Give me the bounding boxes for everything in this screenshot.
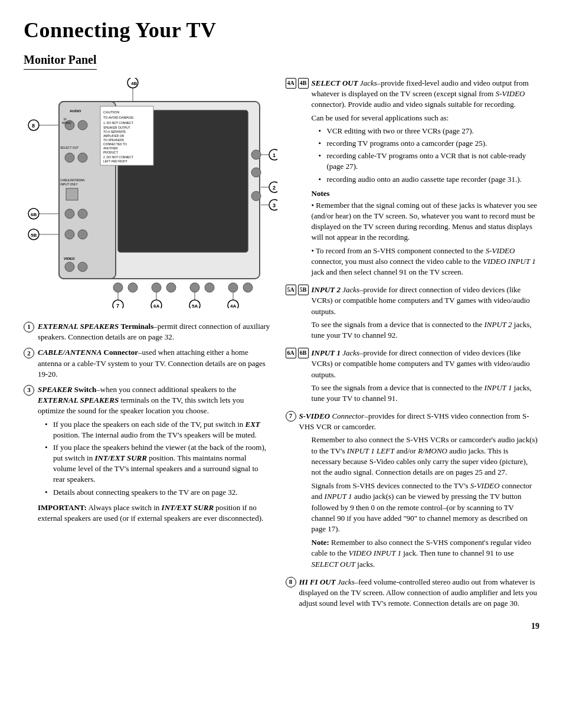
svg-text:AUDIO: AUDIO [70, 109, 81, 113]
badge-5a: 5A [286, 285, 296, 295]
right-item-4: 4A 4B SELECT OUT Jacks–provide fixed-lev… [286, 78, 539, 278]
item-3-bullets: If you place the speakers on each side o… [45, 419, 271, 498]
note-2: • To record from an S-VHS component conn… [312, 246, 539, 278]
tv-diagram: CAUTION TO AVOID DAMAGE: 1. DO NOT CONNE… [24, 78, 271, 311]
item-7-sub2: Signals from S-VHS devices connected to … [312, 481, 539, 534]
svg-text:SPEAKER OUTPUT: SPEAKER OUTPUT [103, 126, 130, 129]
svg-text:6B: 6B [31, 212, 37, 217]
svg-point-35 [251, 168, 261, 177]
badge-5b: 5B [298, 285, 309, 295]
svg-text:PRODUCT.: PRODUCT. [103, 151, 119, 154]
item-7-text: S-VIDEO Connector–provides for direct S-… [299, 411, 539, 432]
item-3-text: SPEAKER Switch–when you connect addition… [38, 384, 271, 528]
list-item: 2 CABLE/ANTENNA Connector–used when atta… [24, 347, 271, 380]
svg-text:6A: 6A [153, 303, 159, 308]
right-item-8: 8 HI FI OUT Jacks–feed volume-controlled… [286, 577, 539, 609]
note-1: • Remember that the signal coming out of… [312, 200, 539, 243]
svg-text:CAUTION: CAUTION [103, 110, 119, 114]
svg-text:CONNECTED TO: CONNECTED TO [103, 142, 127, 146]
bullet-item: VCR editing with two or three VCRs (page… [319, 126, 539, 136]
svg-point-22 [65, 153, 74, 162]
badge-4a: 4A [286, 78, 296, 89]
svg-text:AMPLIFIER OR: AMPLIFIER OR [103, 134, 125, 138]
bullet-item: recording TV programs onto a camcorder (… [319, 138, 539, 149]
bullet-item: recording cable-TV programs onto a VCR t… [319, 151, 539, 172]
svg-point-23 [78, 153, 87, 162]
right-column: 4A 4B SELECT OUT Jacks–provide fixed-lev… [286, 78, 539, 616]
svg-point-39 [152, 283, 161, 292]
svg-point-34 [251, 150, 261, 159]
badge-8: 8 [286, 577, 296, 587]
svg-text:LEFT AND RIGHT: LEFT AND RIGHT [103, 159, 127, 163]
svg-rect-26 [66, 188, 78, 200]
svg-point-32 [65, 262, 74, 272]
right-item-7-header: 7 S-VIDEO Connector–provides for direct … [286, 411, 539, 432]
badge-pair-4: 4A 4B [286, 78, 309, 89]
svg-point-27 [65, 209, 74, 218]
item-4-text: SELECT OUT Jacks–provide fixed-level aud… [312, 78, 539, 110]
list-item: 3 SPEAKER Switch–when you connect additi… [24, 384, 271, 528]
right-item-6: 6A 6B INPUT 1 Jacks–provide for direct c… [286, 348, 539, 404]
right-item-6-header: 6A 6B INPUT 1 Jacks–provide for direct c… [286, 348, 539, 380]
right-item-4-body: Can be used for several applications suc… [312, 113, 539, 278]
bullet-item: Details about connecting speakers to the… [45, 487, 271, 498]
svg-point-29 [65, 230, 74, 239]
left-column: CAUTION TO AVOID DAMAGE: 1. DO NOT CONNE… [24, 78, 271, 616]
svg-text:INPUT ONLY: INPUT ONLY [60, 182, 78, 186]
svg-text:1: 1 [273, 152, 276, 158]
svg-text:CABLE/ANTENNA: CABLE/ANTENNA [60, 178, 85, 182]
right-item-7-body: Remember to also connect the S-VHS VCRs … [312, 435, 539, 569]
svg-text:TO AVOID DAMAGE:: TO AVOID DAMAGE: [103, 116, 135, 119]
badge-7: 7 [286, 411, 296, 422]
page-title: Connecting Your TV [24, 18, 539, 43]
item-1-text: EXTERNAL SPEAKERS Terminals–permit direc… [38, 321, 271, 342]
svg-point-30 [78, 230, 87, 239]
svg-text:8: 8 [32, 123, 35, 129]
badge-pair-5: 5A 5B [286, 285, 309, 295]
svg-text:4A: 4A [230, 303, 236, 308]
svg-text:4B: 4B [131, 81, 137, 86]
right-item-5-header: 5A 5B INPUT 2 Jacks–provide for direct c… [286, 285, 539, 317]
item-5-text: INPUT 2 Jacks–provide for direct connect… [312, 285, 539, 317]
badge-6a: 6A [286, 348, 296, 358]
svg-text:2. DO NOT CONNECT: 2. DO NOT CONNECT [103, 155, 133, 159]
svg-text:MONO: MONO [62, 121, 71, 125]
badge-pair-6: 6A 6B [286, 348, 309, 358]
svg-text:3: 3 [273, 203, 276, 208]
section-title: Monitor Panel [24, 53, 97, 70]
right-item-5: 5A 5B INPUT 2 Jacks–provide for direct c… [286, 285, 539, 341]
notes-label: Notes [312, 188, 539, 199]
svg-text:TO SPEAKERS: TO SPEAKERS [103, 138, 125, 142]
item-2-text: CABLE/ANTENNA Connector–used when attach… [38, 347, 271, 380]
svg-text:2: 2 [273, 185, 276, 191]
svg-point-38 [128, 283, 138, 292]
left-desc-list: 1 EXTERNAL SPEAKERS Terminals–permit dir… [24, 321, 271, 528]
svg-text:1. DO NOT CONNECT: 1. DO NOT CONNECT [103, 121, 133, 125]
badge-2: 2 [24, 348, 34, 358]
right-item-8-header: 8 HI FI OUT Jacks–feed volume-controlled… [286, 577, 539, 609]
svg-text:SELECT OUT: SELECT OUT [60, 146, 78, 149]
svg-point-28 [78, 209, 87, 218]
right-item-7: 7 S-VIDEO Connector–provides for direct … [286, 411, 539, 570]
svg-point-40 [166, 283, 176, 292]
svg-text:7: 7 [116, 303, 119, 308]
svg-point-43 [228, 283, 238, 292]
svg-text:TO A SEPARATE: TO A SEPARATE [103, 130, 126, 133]
item-6-text: INPUT 1 Jacks–provide for direct connect… [312, 348, 539, 380]
svg-text:VIDEO: VIDEO [64, 257, 75, 260]
svg-point-33 [78, 262, 87, 272]
badge-3: 3 [24, 385, 34, 396]
bullet-item: recording audio onto an audio cassette t… [319, 174, 539, 185]
list-item: 1 EXTERNAL SPEAKERS Terminals–permit dir… [24, 321, 271, 342]
svg-point-44 [243, 283, 253, 292]
svg-text:5A: 5A [192, 303, 198, 308]
page-number: 19 [24, 622, 539, 631]
right-item-4-header: 4A 4B SELECT OUT Jacks–provide fixed-lev… [286, 78, 539, 110]
important-text: IMPORTANT: Always place switch in INT/EX… [38, 502, 271, 524]
bullet-item: If you place the speakers on each side o… [45, 419, 271, 440]
bullet-item: If you place the speakers behind the vie… [45, 442, 271, 485]
svg-point-18 [78, 120, 87, 130]
svg-point-37 [113, 283, 123, 292]
badge-1: 1 [24, 322, 34, 332]
svg-text:5B: 5B [31, 233, 37, 238]
